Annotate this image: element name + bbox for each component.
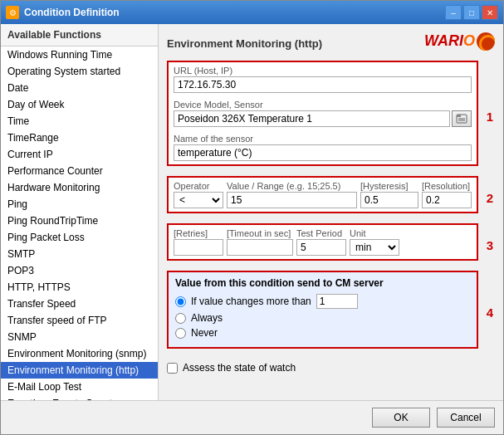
sidebar-item[interactable]: Operating System started <box>1 63 158 80</box>
radio-never[interactable] <box>175 328 186 339</box>
sensor-label: Name of the sensor <box>174 134 472 144</box>
sidebar-item[interactable]: Performance Counter <box>1 163 158 179</box>
change-value-input[interactable] <box>316 294 358 309</box>
testperiod-label: Test Period <box>296 228 346 238</box>
testperiod-input[interactable] <box>296 239 346 256</box>
section-3-number: 3 <box>487 237 493 252</box>
minimize-button[interactable]: – <box>445 5 462 20</box>
sidebar-item[interactable]: Transfer speed of FTP <box>1 312 158 329</box>
sidebar-item[interactable]: Ping Packet Loss <box>1 229 158 246</box>
sidebar-item[interactable]: POP3 <box>1 262 158 279</box>
radio-changes[interactable] <box>175 296 186 307</box>
section-4-title: Value from this condition send to CM ser… <box>175 277 470 289</box>
radio-always[interactable] <box>175 313 186 324</box>
sidebar-item[interactable]: TimeRange <box>1 130 158 146</box>
sidebar-item[interactable]: Transfer Speed <box>1 296 158 312</box>
radio-row-2: Always <box>175 312 470 324</box>
sidebar-item[interactable]: SMTP <box>1 246 158 262</box>
radio-changes-label: If value changes more than <box>191 296 311 307</box>
unit-field: Unit min sec hour <box>350 228 399 256</box>
value-label: Value / Range (e.g. 15;25.5) <box>227 181 357 191</box>
section-2-number: 2 <box>487 190 493 204</box>
resolution-input[interactable] <box>422 192 472 208</box>
title-buttons: – □ ✕ <box>445 5 498 20</box>
value-field: Value / Range (e.g. 15;25.5) <box>227 181 357 208</box>
resolution-field: [Resolution] <box>422 181 472 208</box>
assess-label: Assess the state of watch <box>183 362 296 374</box>
wario-logo: WARIO <box>424 32 495 51</box>
window-icon: ⚙ <box>6 6 19 19</box>
sensor-input[interactable] <box>174 144 472 161</box>
retries-input[interactable] <box>174 239 223 256</box>
bottom-bar: OK Cancel <box>1 400 503 434</box>
sidebar-item[interactable]: Date <box>1 80 158 96</box>
operator-select[interactable]: < <= > >= = != <box>174 192 223 208</box>
main-window: ⚙ Condition Definition – □ ✕ Available F… <box>0 0 504 435</box>
radio-row-1: If value changes more than <box>175 294 470 309</box>
device-input-row <box>174 110 472 127</box>
section-3-box: [Retries] [Timeout in sec] Test Period <box>167 223 478 261</box>
section-1-wrapper: URL (Host, IP) Device Model, Sensor <box>167 61 478 171</box>
section-2-box: Operator < <= > >= = != Value / Ra <box>167 176 478 213</box>
panel-title: Environment Monitoring (http) <box>167 37 322 50</box>
title-bar: ⚙ Condition Definition – □ ✕ <box>1 1 503 24</box>
device-browse-button[interactable] <box>452 110 472 127</box>
sidebar-item[interactable]: SNMP <box>1 329 158 345</box>
hysteresis-field: [Hysteresis] <box>360 181 418 208</box>
testperiod-field: Test Period <box>296 228 346 256</box>
sidebar-item[interactable]: Environment Monitoring (snmp) <box>1 345 158 362</box>
sidebar-header: Available Functions <box>1 24 158 46</box>
radio-always-label: Always <box>191 312 223 324</box>
retries-label: [Retries] <box>174 228 223 238</box>
sidebar-item[interactable]: Current IP <box>1 146 158 163</box>
radio-never-label: Never <box>191 327 218 339</box>
sidebar: Available Functions Windows Running Time… <box>1 24 159 400</box>
sidebar-item[interactable]: HTTP, HTTPS <box>1 279 158 296</box>
svg-rect-1 <box>457 115 461 117</box>
sidebar-item[interactable]: Ping RoundTripTime <box>1 213 158 229</box>
content-area: Available Functions Windows Running Time… <box>1 24 503 400</box>
unit-select[interactable]: min sec hour <box>350 239 399 256</box>
sidebar-item[interactable]: Ping <box>1 196 158 213</box>
timeout-label: [Timeout in sec] <box>227 228 293 238</box>
ok-button[interactable]: OK <box>372 408 430 428</box>
operator-field: Operator < <= > >= = != <box>174 181 223 208</box>
logo-container: WARIO <box>424 32 495 51</box>
section-3-fields: [Retries] [Timeout in sec] Test Period <box>169 225 477 259</box>
sidebar-item[interactable]: Hardware Monitoring <box>1 179 158 196</box>
cancel-button[interactable]: Cancel <box>437 408 495 428</box>
sidebar-item[interactable]: E-Mail Loop Test <box>1 379 158 395</box>
operator-label: Operator <box>174 181 223 191</box>
section-1-box: URL (Host, IP) Device Model, Sensor <box>167 61 478 166</box>
main-title-row: Environment Monitoring (http) WARIO <box>167 32 495 54</box>
sensor-field-group: Name of the sensor <box>169 130 477 164</box>
url-input[interactable] <box>174 76 472 93</box>
close-button[interactable]: ✕ <box>482 5 498 20</box>
sidebar-item[interactable]: Time <box>1 113 158 130</box>
section-2-wrapper: Operator < <= > >= = != Value / Ra <box>167 176 478 218</box>
device-label: Device Model, Sensor <box>174 100 472 110</box>
url-label: URL (Host, IP) <box>174 66 472 76</box>
unit-label: Unit <box>350 228 399 238</box>
browse-icon <box>456 113 467 125</box>
hysteresis-input[interactable] <box>360 192 418 208</box>
radio-row-3: Never <box>175 327 470 339</box>
value-input[interactable] <box>227 192 357 208</box>
assess-row: Assess the state of watch <box>167 362 495 374</box>
sidebar-item[interactable]: Environment Monitoring (http) <box>1 362 158 379</box>
section-4-box: Value from this condition send to CM ser… <box>167 271 478 349</box>
retries-field: [Retries] <box>174 228 223 256</box>
sidebar-list: Windows Running TimeOperating System sta… <box>1 46 158 400</box>
timeout-input[interactable] <box>227 239 293 256</box>
assess-checkbox[interactable] <box>167 363 178 374</box>
resolution-label: [Resolution] <box>422 181 472 191</box>
section-4-number: 4 <box>487 305 493 320</box>
device-input[interactable] <box>174 110 450 127</box>
main-panel: Environment Monitoring (http) WARIO URL … <box>159 24 503 400</box>
sidebar-item[interactable]: Windows Running Time <box>1 46 158 63</box>
title-bar-left: ⚙ Condition Definition <box>6 6 120 19</box>
sidebar-item[interactable]: Day of Week <box>1 96 158 113</box>
section-1-number: 1 <box>487 109 493 123</box>
device-field-group: Device Model, Sensor <box>169 96 477 130</box>
maximize-button[interactable]: □ <box>463 5 480 20</box>
